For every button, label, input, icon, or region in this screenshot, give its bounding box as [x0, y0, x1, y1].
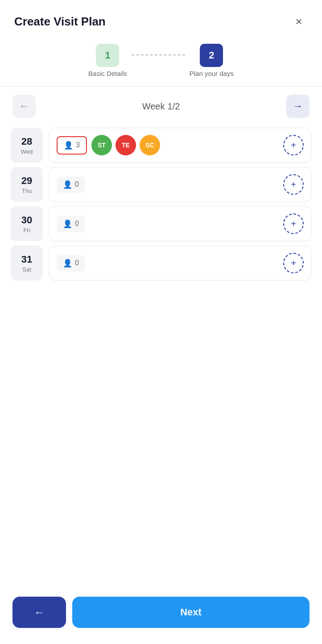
day-label: 30Fri	[11, 206, 43, 241]
plus-icon: +	[291, 140, 296, 151]
plus-icon: +	[291, 258, 296, 268]
people-count-tag[interactable]: 👤3	[57, 136, 87, 155]
day-name: Wed	[21, 148, 33, 155]
day-number: 31	[21, 254, 32, 265]
stepper: 1 Basic Details 2 Plan your days	[0, 38, 322, 87]
day-number: 29	[21, 175, 32, 187]
plus-icon: +	[291, 180, 296, 190]
day-row: 28Wed👤3STTESC+	[11, 128, 311, 163]
add-person-button[interactable]: +	[283, 253, 304, 273]
close-button[interactable]: ×	[290, 13, 308, 30]
day-number: 30	[21, 214, 32, 226]
people-count: 0	[75, 220, 79, 228]
day-row: 31Sat👤0+	[11, 246, 311, 280]
avatar: SC	[140, 135, 160, 155]
day-label: 28Wed	[11, 128, 43, 163]
step-2-circle: 2	[200, 44, 223, 67]
day-row: 29Thu👤0+	[11, 167, 311, 202]
day-content[interactable]: 👤3STTESC+	[49, 128, 311, 163]
people-icon: 👤	[63, 259, 72, 268]
next-button[interactable]: Next	[72, 597, 310, 628]
step-1: 1 Basic Details	[88, 44, 127, 77]
plus-icon: +	[291, 219, 296, 229]
day-content[interactable]: 👤0+	[49, 167, 311, 202]
step-2: 2 Plan your days	[190, 44, 234, 77]
step-connector	[132, 54, 185, 55]
week-nav: ← Week 1/2 →	[0, 87, 322, 124]
people-count: 3	[76, 141, 80, 149]
day-content[interactable]: 👤0+	[49, 246, 311, 280]
week-title: Week 1/2	[142, 100, 180, 112]
day-name: Fri	[23, 227, 30, 234]
add-person-button[interactable]: +	[283, 174, 304, 195]
page-title: Create Visit Plan	[14, 15, 106, 29]
day-row: 30Fri👤0+	[11, 206, 311, 241]
week-next-button[interactable]: →	[286, 95, 310, 118]
avatar: ST	[91, 135, 112, 155]
avatar-group: STTESC	[91, 135, 160, 155]
people-count-tag[interactable]: 👤0	[57, 255, 85, 272]
add-person-button[interactable]: +	[283, 213, 304, 234]
people-icon: 👤	[63, 180, 72, 189]
day-content[interactable]: 👤0+	[49, 206, 311, 241]
day-name: Thu	[22, 188, 32, 194]
modal-container: Create Visit Plan × 1 Basic Details 2 Pl…	[0, 0, 322, 644]
step-1-circle: 1	[96, 44, 119, 67]
day-label: 31Sat	[11, 246, 43, 280]
people-count-tag[interactable]: 👤0	[57, 176, 85, 193]
people-count: 0	[75, 180, 79, 188]
add-person-button[interactable]: +	[283, 135, 304, 155]
step-1-label: Basic Details	[88, 70, 127, 77]
people-count: 0	[75, 259, 79, 267]
header: Create Visit Plan ×	[0, 0, 322, 38]
footer: ← Next	[0, 586, 322, 644]
days-container: 28Wed👤3STTESC+29Thu👤0+30Fri👤0+31Sat👤0+	[0, 124, 322, 280]
day-name: Sat	[22, 266, 31, 273]
people-count-tag[interactable]: 👤0	[57, 216, 85, 232]
avatar: TE	[116, 135, 136, 155]
step-2-label: Plan your days	[190, 70, 234, 77]
day-label: 29Thu	[11, 167, 43, 202]
day-number: 28	[21, 136, 32, 147]
back-button[interactable]: ←	[12, 597, 66, 628]
people-icon: 👤	[63, 219, 72, 229]
week-prev-button[interactable]: ←	[12, 95, 36, 118]
people-icon: 👤	[64, 141, 73, 150]
